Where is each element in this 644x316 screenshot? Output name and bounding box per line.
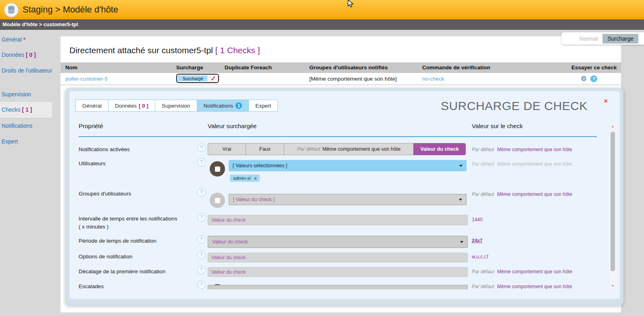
select-value: Valeur du check — [212, 239, 248, 245]
check-value-prefix: Par défaut — [472, 269, 494, 274]
option-par-defaut-button[interactable]: Par défaut Même comportement que son hôt… — [284, 143, 414, 155]
required-asterisk: * — [23, 36, 25, 43]
surcharge-toggle-button[interactable]: Surcharge — [602, 34, 638, 44]
help-icon[interactable]: ? — [197, 213, 206, 222]
tab-donnees[interactable]: Données [ 0 ] — [108, 100, 155, 112]
tab-label: Données — [115, 103, 137, 109]
scrollbar-thumb[interactable] — [611, 132, 615, 271]
scroll-up-icon[interactable]: ▲ — [610, 125, 616, 128]
tab-label: Expert — [255, 103, 271, 109]
brush-icon — [207, 75, 218, 82]
chevron-down-icon — [460, 241, 463, 243]
check-value-prefix: Par défaut — [472, 191, 494, 197]
check-value-groupes: Par défaut Même comportement que son hôt… — [472, 191, 572, 197]
sidebar-item-general[interactable]: Général * — [2, 36, 58, 43]
help-icon[interactable]: ? — [197, 235, 206, 243]
check-value-utilisateurs: Par défaut Même comportement que son hôt… — [472, 161, 572, 167]
check-value-intervalle: 1440 — [472, 217, 483, 222]
tab-supervision[interactable]: Supervision — [155, 100, 197, 112]
option-valeur-check-button[interactable]: Valeur du check — [413, 143, 466, 155]
sidebar-item-expert[interactable]: Expert — [2, 138, 58, 145]
row-label-decalage: Décalage de la première notification — [79, 268, 165, 274]
sidebar-item-label: Supervision — [2, 91, 31, 98]
row-label-intervalle-line2: ( x minutes ) — [79, 224, 108, 230]
chip-label: admin-si — [233, 176, 250, 181]
tab-count: [ 0 ] — [139, 103, 148, 109]
col-propriete: Propriété — [79, 123, 103, 129]
table-row: poller-customer-5 Surchargé [Même compor… — [60, 73, 621, 85]
col-valeur-check: Valeur sur le check — [472, 123, 523, 129]
tab-general[interactable]: Général — [75, 100, 108, 112]
check-value-link[interactable]: 24x7 — [472, 238, 483, 243]
check-value-text: Même comportement que son hôte — [497, 161, 572, 167]
row-label-intervalle: Intervalle de temps entre les notificati… — [79, 216, 177, 222]
breadcrumb: Modèle d'hôte > customer5-tpl — [0, 19, 644, 30]
col-commande-verification: Commande de vérification — [422, 62, 490, 73]
surcharge-modal-body: × SURCHARGE DE CHECK Général Données [ 0… — [69, 91, 620, 299]
sidebar-item-donnees[interactable]: Données [ 0 ] — [2, 52, 58, 58]
help-icon[interactable]: ? — [197, 251, 206, 259]
page-title: Staging > Modèle d'hôte — [23, 0, 118, 19]
option-label: Valeur du check — [420, 146, 459, 152]
app-header: Staging > Modèle d'hôte — [0, 0, 644, 19]
row-label-escalades: Escalades — [79, 283, 104, 289]
close-icon[interactable]: × — [604, 98, 608, 105]
tab-expert[interactable]: Expert — [248, 100, 278, 112]
col-valeur-surchargee: Valeur surchargée — [208, 123, 256, 129]
users-multiselect[interactable]: [ Valeurs sélectionnées ] — [229, 160, 467, 171]
col-duplicate-foreach: Duplicate Foreach — [225, 62, 272, 73]
help-icon[interactable]: ? — [197, 281, 206, 289]
check-value-text: Même comportement que son hôte — [497, 147, 572, 152]
tab-label: Général — [82, 103, 102, 109]
modal-scrollbar[interactable]: ▲ ▼ — [610, 123, 616, 289]
option-faux-button[interactable]: Faux — [246, 143, 284, 155]
help-icon[interactable]: ? — [197, 266, 206, 274]
notifications-enabled-segmented: Vrai Faux Par défaut Même comportement q… — [208, 143, 466, 155]
sidebar-item-droits[interactable]: Droits de l'utilisateur — [2, 67, 58, 74]
sidebar-item-supervision[interactable]: Supervision — [2, 91, 58, 98]
row-label-periode: Période de temps de notification — [79, 238, 156, 244]
groups-override-toggle[interactable] — [210, 193, 225, 208]
first-notification-delay-input[interactable] — [208, 267, 468, 277]
help-icon[interactable]: ? — [197, 143, 206, 152]
scroll-down-icon[interactable]: ▼ — [610, 284, 616, 288]
sidebar-item-notifications[interactable]: Notifications — [2, 123, 58, 129]
users-override-toggle[interactable] — [210, 161, 225, 177]
check-value-options: w,u,c,r,f — [472, 254, 488, 260]
selected-user-chip[interactable]: admin-si x — [230, 175, 260, 182]
help-icon[interactable]: ? — [197, 188, 206, 197]
check-value-decalage: Par défaut Même comportement que son hôt… — [472, 269, 572, 274]
chevron-down-icon — [459, 165, 463, 167]
check-value-notifications: Par défaut Même comportement que son hôt… — [472, 147, 572, 152]
breadcrumb-text: Modèle d'hôte > customer5-tpl — [2, 19, 78, 30]
check-value-text: Même comportement que son hôte — [497, 269, 572, 274]
escalades-select[interactable] — [208, 285, 468, 289]
period-select[interactable]: Valeur du check — [208, 236, 468, 248]
surcharge-modal: × SURCHARGE DE CHECK Général Données [ 0… — [65, 88, 623, 306]
surcharge-state-button[interactable]: Surchargé — [176, 74, 219, 83]
tab-notifications[interactable]: Notifications 1 — [197, 100, 249, 112]
checks-table-header: Nom Surcharge Duplicate Foreach Groupes … — [60, 62, 621, 73]
command-link[interactable]: no-check — [422, 73, 444, 85]
section-title-text: Directement attaché sur customer5-tpl — [69, 46, 213, 55]
groups-value: [Même comportement que son hôte] — [309, 73, 397, 85]
sidebar-item-count: [ 1 ] — [22, 106, 32, 113]
groups-select[interactable]: [ Valeur du check ] — [229, 194, 467, 205]
normal-toggle-button[interactable]: Normal — [575, 34, 602, 44]
option-vrai-button[interactable]: Vrai — [208, 143, 246, 155]
option-label: Faux — [259, 146, 271, 152]
sidebar-item-checks[interactable]: Checks [ 1 ] — [2, 106, 58, 113]
help-icon[interactable]: ? — [197, 158, 206, 166]
notification-options-input[interactable] — [208, 253, 468, 262]
try-check-help-icon[interactable]: ? — [590, 75, 597, 82]
select-value: [ Valeur du check ] — [233, 197, 275, 202]
sidebar-item-label: Données — [2, 52, 24, 58]
gear-icon[interactable]: ⚙ — [581, 73, 587, 85]
check-name-link[interactable]: poller-customer-5 — [65, 73, 108, 85]
sidebar-item-label: Expert — [2, 138, 18, 145]
surcharge-state-label: Surchargé — [177, 76, 207, 81]
interval-input[interactable] — [208, 215, 468, 225]
check-value-escalades: Par défaut Même comportement que son hôt… — [472, 284, 572, 289]
section-title-count: [ 1 Checks ] — [215, 46, 260, 55]
chip-remove-icon[interactable]: x — [254, 176, 257, 181]
